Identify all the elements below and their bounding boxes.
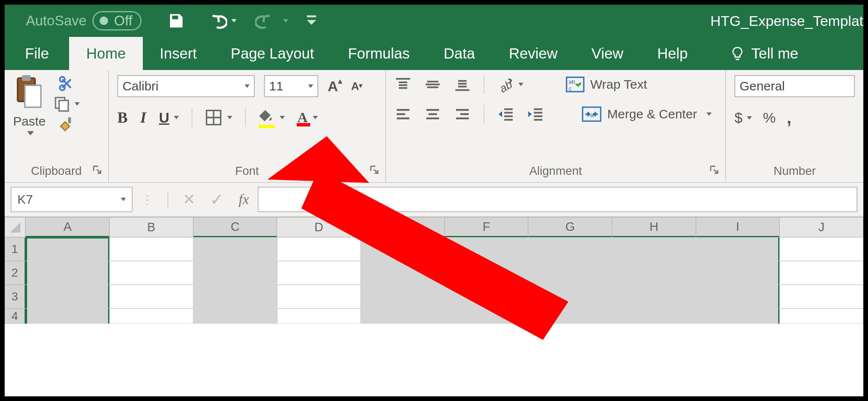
row-header-2[interactable]: 2 [5, 261, 26, 285]
italic-button[interactable]: I [140, 109, 146, 126]
select-all-corner[interactable] [5, 217, 25, 237]
cell[interactable] [109, 285, 193, 308]
cell[interactable] [612, 308, 696, 324]
column-header-e[interactable]: E [361, 217, 445, 237]
increase-indent-button[interactable] [527, 106, 544, 123]
cell[interactable] [445, 285, 529, 308]
cell[interactable] [779, 285, 863, 308]
tab-view[interactable]: View [574, 37, 640, 70]
cell[interactable] [193, 261, 277, 285]
cell[interactable] [361, 261, 445, 285]
number-format-dropdown[interactable]: General [734, 75, 855, 97]
paste-button[interactable]: Paste [13, 75, 46, 135]
column-header-f[interactable]: F [445, 217, 529, 237]
format-painter-button[interactable] [58, 116, 75, 134]
cell[interactable] [445, 308, 529, 324]
cell[interactable] [109, 237, 193, 261]
column-header-j[interactable]: J [779, 217, 863, 237]
cell[interactable] [361, 308, 445, 324]
column-header-g[interactable]: G [528, 217, 612, 237]
cell[interactable] [193, 308, 277, 324]
cell[interactable] [528, 237, 612, 261]
name-box[interactable]: K7 [11, 187, 133, 212]
cell[interactable] [696, 237, 780, 261]
tab-help[interactable]: Help [640, 37, 705, 70]
cell[interactable] [361, 285, 445, 308]
tab-review[interactable]: Review [492, 37, 575, 70]
column-header-d[interactable]: D [277, 217, 361, 237]
accounting-format-button[interactable]: $ [734, 109, 752, 126]
save-button[interactable] [167, 12, 185, 30]
cell[interactable] [445, 261, 529, 285]
tab-data[interactable]: Data [427, 37, 492, 70]
drag-handle-icon[interactable]: ⋮ [141, 193, 153, 207]
font-name-dropdown[interactable]: Calibri [117, 75, 255, 97]
increase-font-size-button[interactable]: A▴ [328, 78, 342, 95]
tab-insert[interactable]: Insert [143, 37, 214, 70]
cell[interactable] [612, 285, 696, 308]
cell[interactable] [528, 261, 612, 285]
spreadsheet-grid[interactable]: A B C D E F G H I J 1 2 [5, 217, 863, 324]
align-middle-button[interactable] [424, 76, 441, 93]
cell[interactable] [779, 237, 863, 261]
decrease-indent-button[interactable] [497, 106, 514, 123]
dialog-launcher-icon[interactable] [370, 164, 379, 178]
redo-button[interactable] [255, 12, 288, 29]
undo-button[interactable] [203, 12, 236, 29]
row-header-3[interactable]: 3 [5, 285, 26, 308]
column-header-a[interactable]: A [25, 217, 109, 237]
cell[interactable] [445, 237, 529, 261]
formula-input[interactable] [258, 187, 857, 212]
font-color-button[interactable]: A [298, 109, 318, 126]
cell[interactable] [696, 285, 780, 308]
cell[interactable] [612, 261, 696, 285]
merge-center-button[interactable]: a Merge & Center [582, 106, 712, 122]
bold-button[interactable]: B [117, 109, 128, 126]
decrease-font-size-button[interactable]: A▾ [351, 80, 363, 93]
comma-format-button[interactable]: , [787, 108, 791, 127]
copy-button[interactable] [53, 95, 80, 112]
cell[interactable] [109, 308, 193, 324]
tab-formulas[interactable]: Formulas [331, 37, 427, 70]
orientation-button[interactable]: ab [497, 76, 523, 93]
enter-formula-button[interactable]: ✓ [210, 190, 224, 209]
cell[interactable] [696, 261, 780, 285]
align-center-button[interactable] [424, 106, 441, 123]
cell[interactable] [26, 261, 110, 285]
qat-customize-button[interactable] [307, 15, 316, 26]
cell[interactable] [361, 237, 445, 261]
cell[interactable] [26, 285, 110, 308]
column-header-c[interactable]: C [193, 217, 277, 237]
column-header-b[interactable]: B [109, 217, 193, 237]
tab-file[interactable]: File [5, 37, 69, 70]
cut-button[interactable] [58, 75, 75, 92]
autosave-pill[interactable]: Off [92, 11, 141, 31]
dialog-launcher-icon[interactable] [93, 164, 102, 178]
align-right-button[interactable] [454, 106, 471, 123]
cell[interactable] [193, 285, 277, 308]
cell[interactable] [193, 237, 277, 261]
row-header-1[interactable]: 1 [5, 237, 26, 261]
cell[interactable] [277, 261, 361, 285]
dialog-launcher-icon[interactable] [710, 164, 719, 178]
cell[interactable] [26, 308, 110, 324]
percent-format-button[interactable]: % [763, 109, 776, 126]
font-size-dropdown[interactable]: 11 [264, 75, 318, 97]
cell[interactable] [26, 237, 110, 261]
wrap-text-button[interactable]: abc Wrap Text [566, 76, 647, 93]
underline-button[interactable]: U [159, 109, 179, 126]
insert-function-button[interactable]: fx [239, 191, 249, 208]
column-header-i[interactable]: I [696, 217, 780, 237]
autosave-toggle[interactable]: AutoSave Off [26, 11, 142, 31]
cell[interactable] [779, 261, 863, 285]
column-header-h[interactable]: H [612, 217, 696, 237]
cell[interactable] [696, 308, 780, 324]
cell[interactable] [612, 237, 696, 261]
align-left-button[interactable] [395, 106, 412, 123]
borders-button[interactable] [205, 109, 232, 126]
cell[interactable] [779, 308, 863, 324]
row-header-4[interactable]: 4 [5, 308, 26, 324]
cell[interactable] [277, 308, 361, 324]
cancel-formula-button[interactable]: ✕ [183, 191, 195, 208]
cell[interactable] [528, 285, 612, 308]
